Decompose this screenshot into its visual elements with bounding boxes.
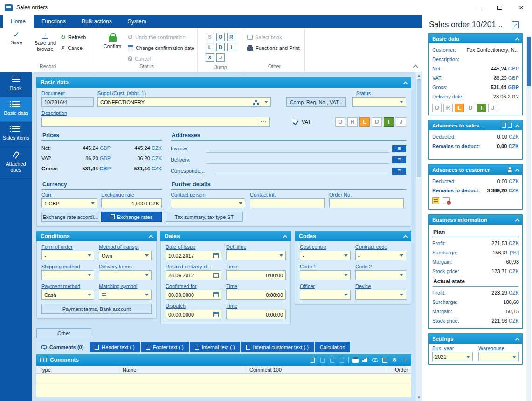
device-dropdown-icon[interactable] (400, 294, 403, 296)
collapse-conditions-icon[interactable] (149, 235, 153, 239)
contract-code-dropdown-icon[interactable] (400, 254, 403, 257)
advance-doc2-icon[interactable] (508, 123, 512, 128)
refresh-button[interactable]: ↻ Refresh (61, 33, 86, 42)
tax-summary-button[interactable]: Tax summary, tax type ST (166, 212, 243, 222)
tab-home[interactable]: Home (3, 15, 34, 28)
delivery-address-menu-button[interactable]: ≡ (392, 156, 406, 163)
vat-checkbox[interactable] (292, 119, 298, 125)
change-confirmation-date-button[interactable]: Change confirmation date (128, 43, 194, 52)
content-scrollbar[interactable]: ▲ ▼ (416, 72, 422, 401)
code1-combo[interactable] (300, 270, 351, 280)
code2-dropdown-icon[interactable] (400, 274, 403, 276)
delivery-address-field[interactable] (206, 155, 389, 164)
minimize-button[interactable]: — (468, 0, 489, 15)
cost-centre-dropdown-icon[interactable] (344, 254, 348, 257)
undo-confirmation-button[interactable]: ↺ Undo the confirmation (128, 33, 194, 42)
select-book-button[interactable]: Select book (247, 33, 300, 42)
scroll-up-icon[interactable]: ▲ (417, 73, 421, 78)
dispatch-field[interactable]: 00.00.0000 (166, 310, 221, 319)
flag-j[interactable]: J (396, 117, 406, 127)
payment-terms-button[interactable]: Payment terms, Bank account (41, 304, 152, 314)
print-icon[interactable] (352, 359, 359, 363)
tab-footer-text[interactable]: Footer text ( ) (141, 342, 189, 352)
tab-system[interactable]: System (120, 15, 154, 28)
p-flag-o[interactable]: O (432, 104, 442, 112)
cancel-status-button[interactable]: Cancel (128, 54, 194, 63)
settings-gear-icon[interactable]: ⚙ (391, 357, 398, 363)
currency-combo[interactable]: 1 GBP (41, 198, 97, 208)
correspondence-address-menu-button[interactable]: ≡ (392, 168, 406, 175)
save-and-browse-button[interactable]: Save and browse (32, 30, 59, 63)
comments-grid-body[interactable] (36, 374, 411, 397)
sidebar-item-book[interactable]: Book (0, 72, 32, 97)
columns-icon[interactable] (382, 358, 387, 363)
exchange-rate-according-button[interactable]: Exchange rate accordi... (41, 212, 99, 222)
supplier-field[interactable]: CONFECTIONERY (97, 97, 271, 107)
collapse-settings-icon[interactable] (515, 338, 520, 342)
currency-dropdown-icon[interactable] (91, 202, 95, 204)
save-button[interactable]: ✓ Save (3, 30, 30, 63)
device-combo[interactable] (355, 290, 406, 300)
officer-combo[interactable] (300, 290, 351, 300)
tab-calculation[interactable]: Calculation (315, 342, 350, 352)
collapse-ribbon-icon[interactable] (413, 64, 418, 70)
sidebar-item-attached-docs[interactable]: Attached docs (0, 147, 32, 179)
p-flag-d[interactable]: D (466, 104, 475, 112)
exchange-rate-field[interactable]: 1,0000 CZK (101, 198, 162, 208)
dispatch-calendar-icon[interactable] (213, 312, 219, 317)
advance-note-icon[interactable] (432, 197, 439, 204)
collapse-panel-basic-icon[interactable] (515, 37, 520, 42)
comments-empty-row[interactable] (36, 374, 411, 383)
shipping-method-dropdown-icon[interactable] (88, 274, 91, 276)
supplier-dropdown-icon[interactable] (264, 101, 268, 103)
close-button[interactable]: ✕ (511, 0, 532, 15)
sidebar-item-sales-items[interactable]: Sales items (0, 122, 32, 147)
collapse-advances-sales-icon[interactable] (515, 124, 520, 129)
jump-letter-j[interactable]: J (216, 53, 225, 62)
transport-combo[interactable]: Own (99, 251, 152, 260)
payment-method-combo[interactable]: Cash (41, 290, 94, 300)
delivery-terms-dropdown-icon[interactable] (145, 274, 149, 276)
advance-doc-icon[interactable] (502, 123, 506, 128)
desired-delivery-field[interactable]: 28.06.2012 (166, 270, 221, 280)
time3-field[interactable]: 0:00:00 (226, 310, 286, 319)
summary-scrollbar[interactable] (526, 35, 531, 401)
invoice-address-menu-button[interactable]: ≡ (392, 145, 406, 152)
status-field[interactable] (352, 97, 406, 107)
collapse-codes-icon[interactable] (403, 235, 408, 239)
new-comment-icon[interactable] (311, 358, 315, 363)
p-flag-i[interactable]: I (477, 104, 486, 112)
matching-symbol-dropdown-icon[interactable] (145, 294, 149, 296)
summary-scrollbar-thumb[interactable] (527, 37, 531, 86)
contact-inf-field[interactable] (250, 198, 325, 208)
time2-field[interactable]: 0:00:00 (226, 290, 286, 300)
tab-functions[interactable]: Functions (34, 15, 74, 28)
open-in-window-icon[interactable]: ↗ (512, 21, 519, 28)
confirmed-for-calendar-icon[interactable] (213, 292, 219, 297)
flag-o[interactable]: O (335, 117, 345, 127)
contact-person-dropdown-icon[interactable] (239, 202, 242, 204)
flag-r[interactable]: R (347, 117, 358, 127)
description-more-button[interactable]: ··· (258, 119, 267, 125)
warehouse-dropdown-icon[interactable] (512, 356, 516, 358)
transport-dropdown-icon[interactable] (145, 254, 149, 257)
delivery-terms-combo[interactable] (99, 270, 152, 280)
tab-bulk-actions[interactable]: Bulk actions (74, 15, 120, 28)
collapse-basic-data-icon[interactable] (403, 81, 408, 86)
status-dropdown-icon[interactable] (400, 101, 403, 103)
shipping-method-combo[interactable]: - (41, 270, 94, 280)
search-binoculars-icon[interactable] (372, 358, 378, 362)
jump-letter-r[interactable]: R (227, 33, 235, 41)
functions-and-print-button[interactable]: Functions and Print (247, 43, 300, 52)
confirm-button[interactable]: Confirm (99, 30, 126, 63)
column-header-name[interactable]: Name (119, 366, 246, 373)
maximize-button[interactable] (489, 0, 511, 15)
jump-letter-l[interactable]: L (206, 43, 214, 51)
bus-year-combo[interactable]: 2021 (432, 352, 473, 361)
time1-field[interactable]: 0:00:00 (226, 270, 286, 280)
column-header-order[interactable]: Order (387, 366, 411, 373)
chart-icon[interactable] (362, 358, 368, 362)
warehouse-combo[interactable] (478, 352, 519, 361)
other-button[interactable]: Other (36, 328, 91, 338)
document-field[interactable]: 10/2016/4 (41, 97, 94, 107)
